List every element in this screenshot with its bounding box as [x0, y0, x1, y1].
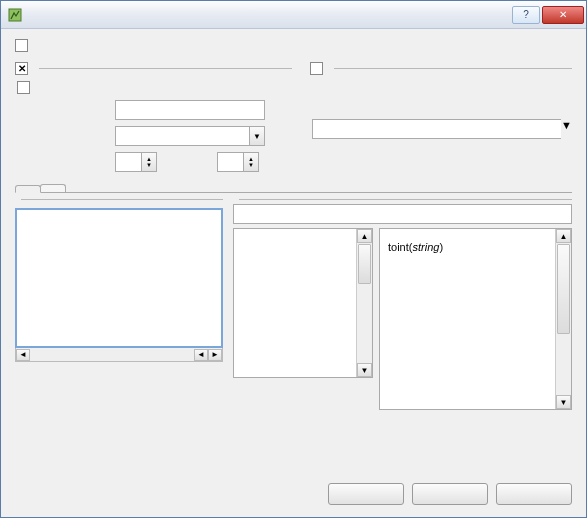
- app-icon: [7, 7, 23, 23]
- help-panel: toint(string) ▲▼: [379, 228, 572, 410]
- help-button[interactable]: [496, 483, 572, 505]
- titlebar-help-button[interactable]: ?: [512, 6, 540, 24]
- expression-column: ◄◄►: [15, 199, 223, 410]
- expression-hscroll[interactable]: ◄◄►: [15, 348, 223, 362]
- ok-button[interactable]: [328, 483, 404, 505]
- window: ? ✕: [0, 0, 587, 518]
- update-existing-checkbox[interactable]: [310, 62, 323, 75]
- create-virtual-checkbox[interactable]: [17, 81, 30, 94]
- output-width-input[interactable]: [115, 152, 141, 172]
- tabs: ◄◄► ▲▼: [15, 184, 572, 410]
- precision-input[interactable]: [217, 152, 243, 172]
- search-input[interactable]: [233, 204, 572, 224]
- chevron-down-icon[interactable]: ▼: [249, 126, 265, 146]
- function-tree[interactable]: ▲▼: [233, 228, 373, 378]
- only-update-checkbox: [15, 39, 28, 52]
- titlebar[interactable]: ? ✕: [1, 1, 586, 29]
- tab-function-editor[interactable]: [40, 184, 66, 192]
- output-type-select[interactable]: [115, 126, 249, 146]
- update-field-select[interactable]: [312, 119, 561, 139]
- functions-column: ▲▼ toint(string): [233, 199, 572, 410]
- button-bar: [1, 475, 586, 517]
- tab-expression[interactable]: [15, 185, 41, 193]
- update-existing-fieldset: ▼: [310, 62, 572, 178]
- create-new-fieldset: ▼ ▲▼ ▲▼: [15, 62, 292, 178]
- help-vscroll[interactable]: ▲▼: [555, 229, 571, 409]
- titlebar-close-button[interactable]: ✕: [542, 6, 584, 24]
- output-name-input[interactable]: [115, 100, 265, 120]
- chevron-down-icon[interactable]: ▼: [561, 119, 572, 139]
- precision-spinner[interactable]: ▲▼: [243, 152, 259, 172]
- width-spinner[interactable]: ▲▼: [141, 152, 157, 172]
- tree-vscroll[interactable]: ▲▼: [356, 229, 372, 377]
- help-syntax-text: toint(string): [388, 241, 547, 253]
- create-new-checkbox[interactable]: [15, 62, 28, 75]
- cancel-button[interactable]: [412, 483, 488, 505]
- expression-editor[interactable]: [15, 208, 223, 348]
- dialog-body: ▼ ▲▼ ▲▼: [1, 29, 586, 475]
